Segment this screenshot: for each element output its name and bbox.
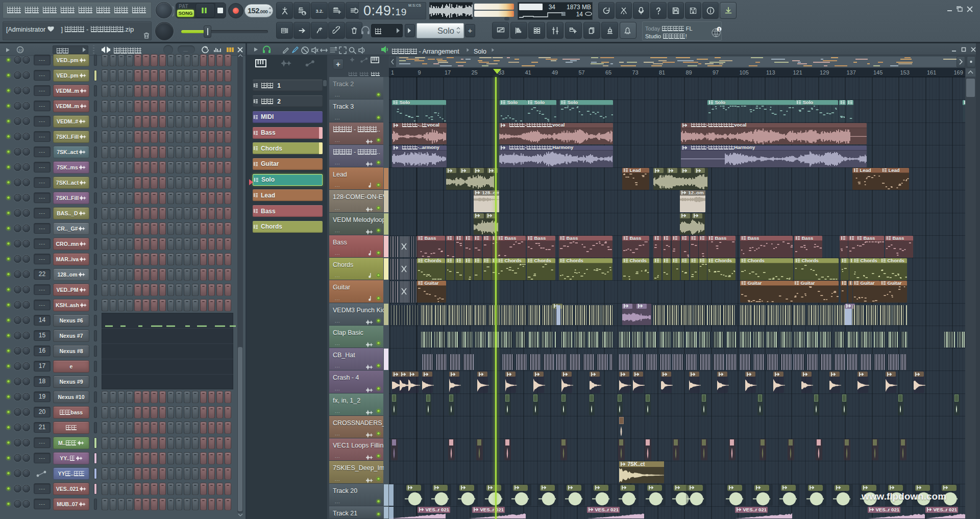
svg-text:3.2.: 3.2. bbox=[315, 8, 323, 13]
svg-text:1: 1 bbox=[718, 28, 720, 31]
